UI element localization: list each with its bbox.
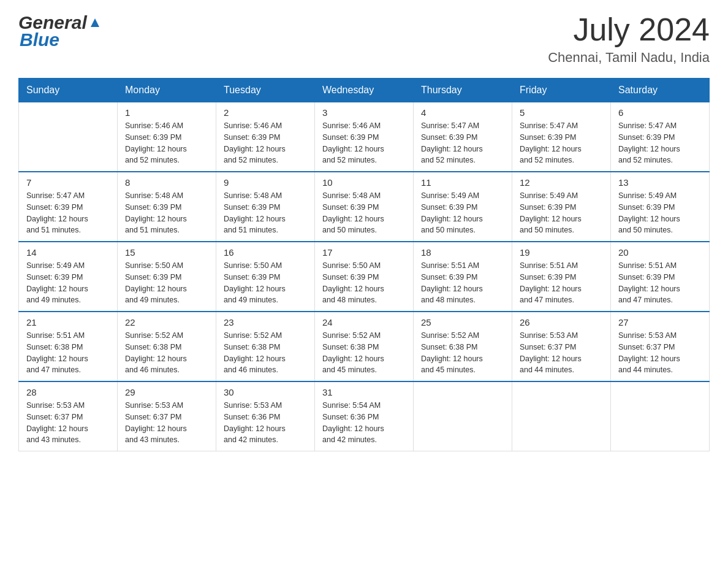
calendar-cell: 21Sunrise: 5:51 AM Sunset: 6:38 PM Dayli… — [19, 312, 118, 381]
month-year-title: July 2024 — [548, 12, 710, 47]
calendar-cell — [512, 381, 611, 451]
calendar-header-friday: Friday — [512, 79, 611, 102]
day-info: Sunrise: 5:47 AM Sunset: 6:39 PM Dayligh… — [421, 120, 504, 166]
calendar-cell: 8Sunrise: 5:48 AM Sunset: 6:39 PM Daylig… — [118, 172, 216, 242]
day-info: Sunrise: 5:51 AM Sunset: 6:39 PM Dayligh… — [520, 260, 603, 306]
calendar-cell: 9Sunrise: 5:48 AM Sunset: 6:39 PM Daylig… — [216, 172, 315, 242]
svg-marker-0 — [91, 18, 99, 27]
day-number: 26 — [520, 317, 603, 327]
calendar-cell: 1Sunrise: 5:46 AM Sunset: 6:39 PM Daylig… — [118, 102, 216, 172]
calendar-cell: 7Sunrise: 5:47 AM Sunset: 6:39 PM Daylig… — [19, 172, 118, 242]
day-info: Sunrise: 5:50 AM Sunset: 6:39 PM Dayligh… — [224, 260, 307, 306]
calendar-cell: 31Sunrise: 5:54 AM Sunset: 6:36 PM Dayli… — [315, 381, 414, 451]
calendar-cell — [19, 102, 118, 172]
day-number: 7 — [26, 177, 110, 188]
calendar-header-thursday: Thursday — [414, 79, 512, 102]
day-number: 20 — [618, 247, 702, 258]
calendar-cell: 20Sunrise: 5:51 AM Sunset: 6:39 PM Dayli… — [611, 242, 710, 312]
day-info: Sunrise: 5:46 AM Sunset: 6:39 PM Dayligh… — [322, 120, 406, 166]
calendar-cell: 22Sunrise: 5:52 AM Sunset: 6:38 PM Dayli… — [118, 312, 216, 381]
day-info: Sunrise: 5:53 AM Sunset: 6:37 PM Dayligh… — [125, 400, 208, 446]
day-info: Sunrise: 5:50 AM Sunset: 6:39 PM Dayligh… — [125, 260, 208, 306]
calendar-week-row: 7Sunrise: 5:47 AM Sunset: 6:39 PM Daylig… — [19, 172, 710, 242]
day-number: 18 — [421, 247, 504, 258]
day-info: Sunrise: 5:46 AM Sunset: 6:39 PM Dayligh… — [224, 120, 307, 166]
day-number: 6 — [618, 107, 702, 118]
day-number: 30 — [224, 387, 307, 397]
day-info: Sunrise: 5:49 AM Sunset: 6:39 PM Dayligh… — [26, 260, 110, 306]
day-number: 5 — [520, 107, 603, 118]
day-number: 25 — [421, 317, 504, 327]
day-number: 23 — [224, 317, 307, 327]
location-subtitle: Chennai, Tamil Nadu, India — [548, 50, 710, 66]
calendar-cell: 2Sunrise: 5:46 AM Sunset: 6:39 PM Daylig… — [216, 102, 315, 172]
calendar-cell: 30Sunrise: 5:53 AM Sunset: 6:36 PM Dayli… — [216, 381, 315, 451]
day-number: 22 — [125, 317, 208, 327]
calendar-cell: 29Sunrise: 5:53 AM Sunset: 6:37 PM Dayli… — [118, 381, 216, 451]
day-number: 4 — [421, 107, 504, 118]
calendar-header-row: SundayMondayTuesdayWednesdayThursdayFrid… — [19, 79, 710, 102]
day-info: Sunrise: 5:52 AM Sunset: 6:38 PM Dayligh… — [125, 330, 208, 376]
day-number: 17 — [322, 247, 406, 258]
day-info: Sunrise: 5:48 AM Sunset: 6:39 PM Dayligh… — [125, 190, 208, 236]
calendar-cell: 6Sunrise: 5:47 AM Sunset: 6:39 PM Daylig… — [611, 102, 710, 172]
day-info: Sunrise: 5:53 AM Sunset: 6:37 PM Dayligh… — [26, 400, 110, 446]
calendar-cell: 25Sunrise: 5:52 AM Sunset: 6:38 PM Dayli… — [414, 312, 512, 381]
calendar-cell: 17Sunrise: 5:50 AM Sunset: 6:39 PM Dayli… — [315, 242, 414, 312]
calendar-header-sunday: Sunday — [19, 79, 118, 102]
day-number: 3 — [322, 107, 406, 118]
calendar-cell: 14Sunrise: 5:49 AM Sunset: 6:39 PM Dayli… — [19, 242, 118, 312]
calendar-cell: 23Sunrise: 5:52 AM Sunset: 6:38 PM Dayli… — [216, 312, 315, 381]
day-number: 10 — [322, 177, 406, 188]
day-info: Sunrise: 5:50 AM Sunset: 6:39 PM Dayligh… — [322, 260, 406, 306]
day-number: 11 — [421, 177, 504, 188]
day-info: Sunrise: 5:47 AM Sunset: 6:39 PM Dayligh… — [520, 120, 603, 166]
day-number: 28 — [26, 387, 110, 397]
day-info: Sunrise: 5:51 AM Sunset: 6:38 PM Dayligh… — [26, 330, 110, 376]
day-number: 29 — [125, 387, 208, 397]
calendar-cell — [611, 381, 710, 451]
day-info: Sunrise: 5:54 AM Sunset: 6:36 PM Dayligh… — [322, 400, 406, 446]
calendar-week-row: 1Sunrise: 5:46 AM Sunset: 6:39 PM Daylig… — [19, 102, 710, 172]
day-info: Sunrise: 5:51 AM Sunset: 6:39 PM Dayligh… — [421, 260, 504, 306]
day-info: Sunrise: 5:49 AM Sunset: 6:39 PM Dayligh… — [520, 190, 603, 236]
calendar-cell: 26Sunrise: 5:53 AM Sunset: 6:37 PM Dayli… — [512, 312, 611, 381]
calendar-header-saturday: Saturday — [611, 79, 710, 102]
day-number: 27 — [618, 317, 702, 327]
day-number: 8 — [125, 177, 208, 188]
calendar-week-row: 21Sunrise: 5:51 AM Sunset: 6:38 PM Dayli… — [19, 312, 710, 381]
day-number: 31 — [322, 387, 406, 397]
day-number: 12 — [520, 177, 603, 188]
calendar-header-tuesday: Tuesday — [216, 79, 315, 102]
calendar-cell: 19Sunrise: 5:51 AM Sunset: 6:39 PM Dayli… — [512, 242, 611, 312]
day-number: 21 — [26, 317, 110, 327]
day-info: Sunrise: 5:52 AM Sunset: 6:38 PM Dayligh… — [322, 330, 406, 376]
calendar-cell: 13Sunrise: 5:49 AM Sunset: 6:39 PM Dayli… — [611, 172, 710, 242]
day-info: Sunrise: 5:51 AM Sunset: 6:39 PM Dayligh… — [618, 260, 702, 306]
calendar-cell: 10Sunrise: 5:48 AM Sunset: 6:39 PM Dayli… — [315, 172, 414, 242]
calendar-week-row: 28Sunrise: 5:53 AM Sunset: 6:37 PM Dayli… — [19, 381, 710, 451]
day-info: Sunrise: 5:47 AM Sunset: 6:39 PM Dayligh… — [618, 120, 702, 166]
calendar-cell: 18Sunrise: 5:51 AM Sunset: 6:39 PM Dayli… — [414, 242, 512, 312]
calendar-cell: 28Sunrise: 5:53 AM Sunset: 6:37 PM Dayli… — [19, 381, 118, 451]
day-number: 2 — [224, 107, 307, 118]
day-number: 15 — [125, 247, 208, 258]
calendar-cell: 16Sunrise: 5:50 AM Sunset: 6:39 PM Dayli… — [216, 242, 315, 312]
calendar-cell: 5Sunrise: 5:47 AM Sunset: 6:39 PM Daylig… — [512, 102, 611, 172]
calendar-cell: 11Sunrise: 5:49 AM Sunset: 6:39 PM Dayli… — [414, 172, 512, 242]
day-number: 13 — [618, 177, 702, 188]
calendar-cell: 4Sunrise: 5:47 AM Sunset: 6:39 PM Daylig… — [414, 102, 512, 172]
day-info: Sunrise: 5:48 AM Sunset: 6:39 PM Dayligh… — [322, 190, 406, 236]
calendar-cell: 15Sunrise: 5:50 AM Sunset: 6:39 PM Dayli… — [118, 242, 216, 312]
day-info: Sunrise: 5:53 AM Sunset: 6:37 PM Dayligh… — [618, 330, 702, 376]
title-section: July 2024 Chennai, Tamil Nadu, India — [548, 12, 710, 66]
day-info: Sunrise: 5:46 AM Sunset: 6:39 PM Dayligh… — [125, 120, 208, 166]
calendar-table: SundayMondayTuesdayWednesdayThursdayFrid… — [18, 78, 710, 451]
logo-triangle-icon — [88, 16, 102, 29]
day-number: 16 — [224, 247, 307, 258]
day-info: Sunrise: 5:52 AM Sunset: 6:38 PM Dayligh… — [224, 330, 307, 376]
day-info: Sunrise: 5:49 AM Sunset: 6:39 PM Dayligh… — [618, 190, 702, 236]
day-number: 9 — [224, 177, 307, 188]
calendar-header-monday: Monday — [118, 79, 216, 102]
calendar-cell: 12Sunrise: 5:49 AM Sunset: 6:39 PM Dayli… — [512, 172, 611, 242]
